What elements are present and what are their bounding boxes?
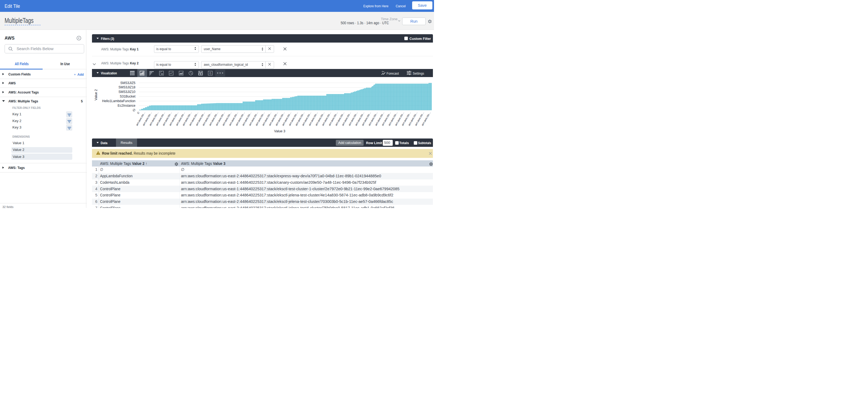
svg-text:Value 2: Value 2: [94, 89, 98, 101]
svg-text:Ec2Instance: Ec2Instance: [118, 104, 135, 107]
svg-text:SMS3JIZ5: SMS3JIZ5: [120, 81, 135, 85]
svg-text:6: 6: [209, 71, 211, 75]
svg-text:∅: ∅: [133, 108, 135, 112]
svg-text:SMS3JIZ10: SMS3JIZ10: [118, 90, 135, 94]
svg-text:Hello1LambdaFunction: Hello1LambdaFunction: [102, 99, 135, 103]
svg-text:S31Bucket: S31Bucket: [120, 95, 136, 98]
svg-text:∅: ∅: [136, 111, 140, 115]
svg-text:SMS3JIZ18: SMS3JIZ18: [118, 85, 135, 89]
svg-text:Value 3: Value 3: [274, 129, 285, 133]
